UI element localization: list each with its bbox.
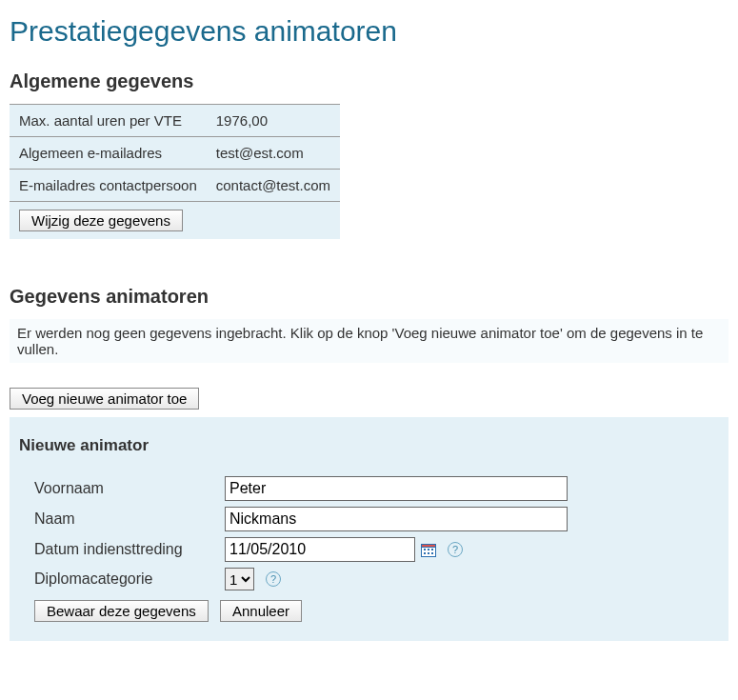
add-animator-button[interactable]: Voeg nieuwe animator toe bbox=[10, 388, 199, 410]
date-input[interactable] bbox=[225, 537, 415, 562]
gen-value-hours: 1976,00 bbox=[207, 105, 340, 137]
gen-label-email: Algemeen e-mailadres bbox=[10, 137, 207, 170]
lastname-label: Naam bbox=[34, 510, 225, 528]
gen-value-email: test@est.com bbox=[207, 137, 340, 170]
svg-rect-6 bbox=[428, 552, 429, 554]
diploma-label: Diplomacategorie bbox=[34, 570, 225, 588]
cancel-button[interactable]: Annuleer bbox=[220, 600, 302, 622]
help-icon[interactable]: ? bbox=[266, 571, 281, 587]
diploma-select[interactable]: 1 bbox=[225, 568, 254, 590]
page-title: Prestatiegegevens animatoren bbox=[10, 15, 728, 48]
svg-rect-7 bbox=[431, 552, 433, 554]
save-button[interactable]: Bewaar deze gegevens bbox=[34, 600, 209, 622]
animators-heading: Gegevens animatoren bbox=[10, 286, 728, 308]
date-label: Datum indiensttreding bbox=[34, 541, 225, 558]
svg-rect-4 bbox=[431, 549, 433, 550]
new-animator-panel: Nieuwe animator Voornaam Naam Datum indi… bbox=[10, 417, 728, 641]
edit-general-button[interactable]: Wijzig deze gegevens bbox=[19, 210, 183, 231]
gen-label-contact-email: E-mailadres contactpersoon bbox=[10, 170, 207, 202]
svg-rect-2 bbox=[424, 549, 426, 550]
help-icon[interactable]: ? bbox=[448, 542, 463, 557]
calendar-icon[interactable] bbox=[421, 542, 436, 557]
general-heading: Algemene gegevens bbox=[10, 70, 728, 92]
empty-state-notice: Er werden nog geen gegevens ingebracht. … bbox=[10, 319, 728, 363]
firstname-label: Voornaam bbox=[34, 480, 225, 497]
svg-rect-3 bbox=[428, 549, 429, 550]
firstname-input[interactable] bbox=[225, 476, 568, 501]
general-info-table: Max. aantal uren per VTE 1976,00 Algemee… bbox=[10, 104, 340, 239]
svg-rect-5 bbox=[424, 552, 426, 554]
svg-rect-1 bbox=[422, 545, 436, 548]
new-animator-heading: Nieuwe animator bbox=[19, 436, 719, 455]
gen-value-contact-email: contact@test.com bbox=[207, 170, 340, 202]
gen-label-hours: Max. aantal uren per VTE bbox=[10, 105, 207, 137]
lastname-input[interactable] bbox=[225, 507, 568, 531]
